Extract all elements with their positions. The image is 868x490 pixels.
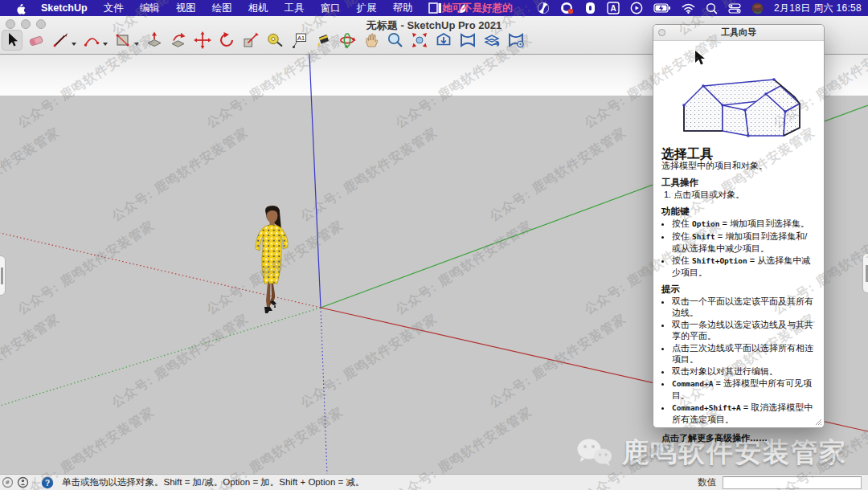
svg-text:?: ? xyxy=(45,478,50,487)
menu-7[interactable]: 扩展 xyxy=(349,0,385,16)
menu-6[interactable]: 窗口 xyxy=(313,0,349,16)
tool-toolbar: A1 xyxy=(2,30,526,51)
wechat-icon xyxy=(575,436,614,470)
move-tool-icon[interactable] xyxy=(192,30,213,51)
eraser-tool-icon[interactable] xyxy=(26,30,47,51)
menu-1[interactable]: 编辑 xyxy=(132,0,168,16)
scale-tool-icon[interactable] xyxy=(240,30,261,51)
avatar-icon[interactable] xyxy=(751,2,764,14)
tape-measure-tool-icon[interactable] xyxy=(264,30,285,51)
instructor-tip-item: 双击一条边线以选定该边线及与其共享的平面。 xyxy=(672,319,816,341)
arc-dropdown-caret[interactable] xyxy=(103,43,108,46)
menubar-app-name[interactable]: SketchUp xyxy=(33,2,96,14)
panel-resize-handle[interactable] xyxy=(814,418,822,426)
geolocation-icon[interactable] xyxy=(2,476,14,488)
line-dropdown-caret[interactable] xyxy=(72,43,76,46)
flip-x-tool-icon[interactable] xyxy=(457,30,478,51)
menu-4[interactable]: 相机 xyxy=(240,0,276,16)
rectangle-dropdown-caret[interactable] xyxy=(134,43,139,46)
instructor-tool-desc: 选择模型中的项目和对象。 xyxy=(661,160,816,171)
model-download-tool-icon[interactable] xyxy=(433,30,454,51)
person-component[interactable] xyxy=(249,206,296,318)
layers-send-tool-icon[interactable] xyxy=(481,30,502,51)
rotate-tool-icon[interactable] xyxy=(216,30,237,51)
instructor-panel: 工具向导 xyxy=(653,24,825,428)
select-tool-icon[interactable] xyxy=(2,30,23,51)
menu-5[interactable]: 工具 xyxy=(276,0,313,16)
instructor-tips-title: 提示 xyxy=(661,284,816,295)
menubar-clock[interactable]: 2月18日 周六 16:58 xyxy=(774,2,862,15)
rectangle-tool-icon[interactable] xyxy=(113,30,133,51)
paint-bucket-tool-icon[interactable] xyxy=(313,30,334,51)
status-bar: ? 单击或拖动以选择对象。Shift = 加/减。Option = 加。Shif… xyxy=(0,474,868,490)
instructor-tip-item: 双击一个平面以选定该平面及其所有边线。 xyxy=(672,296,816,318)
instructor-modifier-item: 按住 Shift+Option = 从选择集中减少项目。 xyxy=(672,255,816,278)
measurements-label: 数值 xyxy=(698,476,716,488)
right-tray-handle[interactable] xyxy=(862,253,868,293)
left-tray-handle[interactable] xyxy=(0,255,6,296)
orbit-tool-icon[interactable] xyxy=(337,30,358,51)
wifi-icon[interactable] xyxy=(682,3,695,14)
x-gear-plugin-tool-icon[interactable] xyxy=(506,30,526,51)
follow-me-tool-icon[interactable] xyxy=(168,30,189,51)
menu-2[interactable]: 视图 xyxy=(168,0,204,16)
pan-tool-icon[interactable] xyxy=(361,30,382,51)
instructor-operation-item: 1. 点击项目或对象。 xyxy=(661,189,816,200)
push-pull-tool-icon[interactable] xyxy=(144,30,165,51)
menu-8[interactable]: 帮助 xyxy=(385,0,421,16)
app-swirl-icon[interactable] xyxy=(537,2,550,14)
macos-menu-bar: SketchUp 文件编辑视图绘图相机工具窗口扩展帮助 她可不是好惹的 A 2月… xyxy=(0,0,868,16)
instructor-tip-item: Command+Shift+A = 取消选择模型中所有选定项目。 xyxy=(672,402,816,425)
instructor-title: 工具向导 xyxy=(721,27,756,37)
play-circle-icon[interactable] xyxy=(630,2,643,14)
input-source-icon[interactable]: A xyxy=(607,2,620,14)
menubar-notice-text: 她可不是好惹的 xyxy=(442,0,513,16)
battery-charging-icon[interactable] xyxy=(653,3,671,13)
search-icon[interactable] xyxy=(706,2,718,14)
instructor-tip-item: 点击三次边线或平面以选择所有相连项目。 xyxy=(672,342,816,365)
instructor-tip-item: Command+A = 选择模型中所有可见项目。 xyxy=(672,378,816,401)
zoom-extents-tool-icon[interactable] xyxy=(409,30,430,51)
zoom-tool-icon[interactable] xyxy=(385,30,406,51)
svg-text:A: A xyxy=(610,4,616,13)
instructor-tip-item: 双击对象以对其进行编辑。 xyxy=(672,365,816,377)
menu-0[interactable]: 文件 xyxy=(96,0,132,16)
instructor-more-link[interactable]: 点击了解更多高级操作…… xyxy=(661,432,816,443)
svg-text:A1: A1 xyxy=(297,35,305,42)
instructor-operation-title: 工具操作 xyxy=(661,177,816,188)
credits-person-icon[interactable] xyxy=(17,476,29,488)
help-icon[interactable]: ? xyxy=(41,476,54,489)
instructor-modifier-title: 功能键 xyxy=(661,206,816,217)
instructor-tool-name: 选择工具 xyxy=(661,149,816,160)
menu-3[interactable]: 绘图 xyxy=(204,0,240,16)
instructor-titlebar[interactable]: 工具向导 xyxy=(653,25,824,41)
arc-tool-icon[interactable] xyxy=(81,30,102,51)
app-reddot-icon[interactable] xyxy=(560,2,574,14)
onepassword-icon[interactable] xyxy=(584,2,596,14)
dimension-tool-icon[interactable]: A1 xyxy=(289,30,309,51)
apple-icon[interactable] xyxy=(8,2,33,14)
line-tool-icon[interactable] xyxy=(50,30,71,51)
instructor-cursor-icon xyxy=(695,51,705,65)
instructor-modifier-item: 按住 Option = 增加项目到选择集。 xyxy=(672,218,816,230)
measurements-input[interactable] xyxy=(723,476,862,489)
close-panel-button[interactable] xyxy=(658,29,665,36)
instructor-figure xyxy=(653,41,824,142)
control-center-icon[interactable] xyxy=(728,3,741,14)
status-hint-text: 单击或拖动以选择对象。Shift = 加/减。Option = 加。Shift … xyxy=(62,476,364,488)
instructor-modifier-item: 按住 Shift = 增加项目到选择集和/或从选择集中减少项目。 xyxy=(672,231,816,254)
